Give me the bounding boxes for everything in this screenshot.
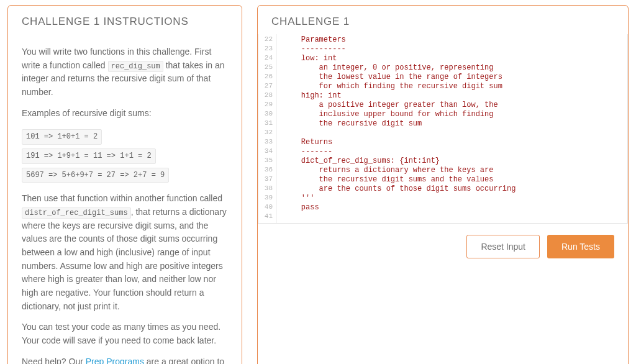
line-number: 28: [261, 91, 273, 101]
code-line[interactable]: are the counts of those digit sums occur…: [283, 184, 627, 194]
code-line[interactable]: [283, 129, 627, 138]
para2-text-a: Then use that function within another fu…: [22, 193, 222, 203]
code-line[interactable]: returns a dictionary where the keys are: [283, 166, 627, 175]
code-editor[interactable]: 2223242526272829303132333435363738394041…: [258, 34, 627, 223]
examples-label: Examples of recursive digit sums:: [22, 107, 228, 121]
code-line[interactable]: for which finding the recursive digit su…: [283, 82, 627, 91]
line-gutter: 2223242526272829303132333435363738394041: [258, 34, 277, 223]
code-line[interactable]: high: int: [283, 91, 627, 101]
code-line[interactable]: the lowest value in the range of integer…: [283, 73, 627, 82]
example-line: 191 => 1+9+1 = 11 => 1+1 = 2: [22, 148, 156, 164]
code-line[interactable]: Returns: [283, 138, 627, 147]
line-number: 33: [261, 138, 273, 147]
instructions-panel: CHALLENGE 1 INSTRUCTIONS You will write …: [7, 5, 242, 364]
example-line: 5697 => 5+6+9+7 = 27 => 2+7 = 9: [22, 168, 169, 183]
code-line[interactable]: a positive integer greater than low, the: [283, 101, 627, 110]
line-number: 25: [261, 63, 273, 73]
code-editor-wrap: 2223242526272829303132333435363738394041…: [258, 34, 628, 224]
para2: Then use that function within another fu…: [22, 192, 228, 313]
line-number: 27: [261, 82, 273, 91]
line-number: 32: [261, 129, 273, 138]
line-number: 24: [261, 54, 273, 63]
code-line[interactable]: -------: [283, 147, 627, 157]
example-line: 101 => 1+0+1 = 2: [22, 129, 102, 145]
code-line[interactable]: ----------: [283, 45, 627, 54]
line-number: 36: [261, 166, 273, 175]
inline-code-distr: distr_of_rec_digit_sums: [22, 207, 131, 219]
page-container: CHALLENGE 1 INSTRUCTIONS You will write …: [7, 5, 629, 364]
prep-programs-link[interactable]: Prep Programs: [86, 357, 144, 364]
code-line[interactable]: Parameters: [283, 35, 627, 45]
challenge-panel: CHALLENGE 1 2223242526272829303132333435…: [257, 5, 629, 364]
line-number: 31: [261, 119, 273, 129]
inline-code-rec-dig-sum: rec_dig_sum: [108, 61, 163, 72]
code-line[interactable]: pass: [283, 203, 627, 212]
code-line[interactable]: dict_of_rec_dig_sums: {int:int}: [283, 157, 627, 166]
line-number: 41: [261, 212, 273, 222]
line-number: 40: [261, 203, 273, 212]
line-number: 22: [261, 35, 273, 45]
code-line[interactable]: [283, 212, 627, 222]
code-line[interactable]: ''': [283, 194, 627, 203]
para2-text-b: , that returns a dictionary where the ke…: [22, 207, 227, 311]
line-number: 26: [261, 73, 273, 82]
reset-input-button[interactable]: Reset Input: [466, 235, 540, 258]
line-number: 30: [261, 110, 273, 119]
intro-paragraph: You will write two functions in this cha…: [22, 45, 228, 99]
line-number: 35: [261, 157, 273, 166]
actions-bar: Reset Input Run Tests: [258, 224, 628, 272]
run-tests-button[interactable]: Run Tests: [547, 235, 614, 258]
para4-text-a: Need help? Our: [22, 357, 86, 364]
examples-block: 101 => 1+0+1 = 2 191 => 1+9+1 = 11 => 1+…: [22, 127, 228, 184]
line-number: 38: [261, 184, 273, 194]
para3: You can test your code as many times as …: [22, 321, 228, 347]
code-line[interactable]: low: int: [283, 54, 627, 63]
line-number: 29: [261, 101, 273, 110]
para4: Need help? Our Prep Programs are a great…: [22, 355, 228, 364]
challenge-title: CHALLENGE 1: [258, 6, 628, 34]
line-number: 34: [261, 147, 273, 157]
instructions-title: CHALLENGE 1 INSTRUCTIONS: [8, 6, 242, 34]
code-line[interactable]: inclusive upper bound for which finding: [283, 110, 627, 119]
code-line[interactable]: the recursive digit sum: [283, 119, 627, 129]
code-line[interactable]: the recursive digit sums and the values: [283, 175, 627, 184]
line-number: 39: [261, 194, 273, 203]
code-line[interactable]: an integer, 0 or positive, representing: [283, 63, 627, 73]
instructions-body: You will write two functions in this cha…: [8, 34, 242, 364]
line-number: 37: [261, 175, 273, 184]
code-area[interactable]: Parameters ---------- low: int an intege…: [277, 34, 627, 223]
line-number: 23: [261, 45, 273, 54]
